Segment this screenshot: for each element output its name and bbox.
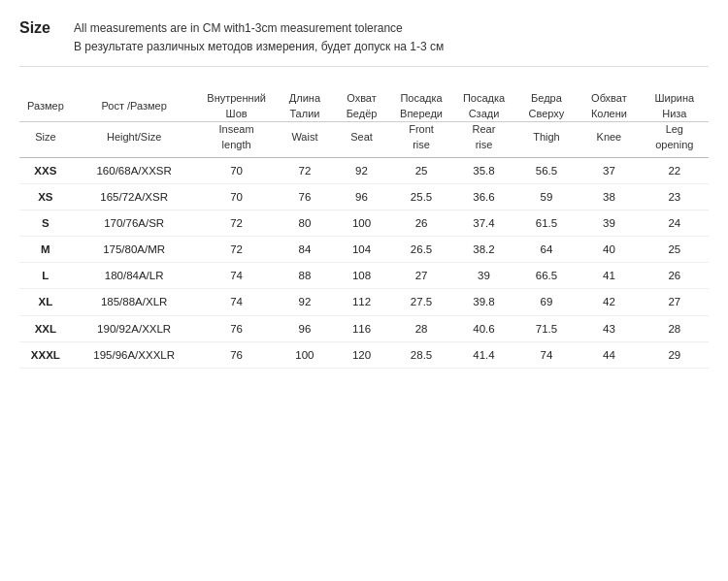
- cell-waist: 72: [277, 157, 334, 183]
- cell-inseam: 70: [197, 184, 277, 210]
- cell-waist: 84: [277, 237, 334, 263]
- cell-seat: 116: [333, 315, 390, 341]
- cell-thigh: 69: [515, 289, 578, 315]
- th-rear-ru: ПосадкаСзади: [452, 86, 514, 121]
- cell-size: XXL: [19, 315, 72, 341]
- cell-size: XXXL: [19, 341, 72, 368]
- th-seat-ru: ОхватБедёр: [333, 86, 390, 121]
- th-inseam-en: Inseamlength: [197, 122, 277, 158]
- cell-seat: 104: [333, 237, 390, 263]
- header-section: Size All measurements are in CM with1-3c…: [19, 19, 709, 67]
- measurement-notes: All measurements are in CM with1-3cm mea…: [74, 19, 444, 56]
- th-front-en: Frontrise: [390, 122, 452, 158]
- table-row: S170/76A/SR72801002637.461.53924: [19, 210, 709, 237]
- th-size-en: Size: [19, 122, 72, 158]
- cell-rear-rise: 40.6: [452, 315, 514, 341]
- cell-front-rise: 27.5: [390, 289, 452, 315]
- cell-knee: 41: [578, 263, 640, 289]
- cell-knee: 39: [578, 210, 640, 237]
- cell-height: 160/68A/XXSR: [72, 157, 197, 183]
- cell-thigh: 56.5: [515, 157, 578, 183]
- cell-leg: 25: [641, 237, 709, 263]
- cell-size: XL: [19, 289, 72, 315]
- th-knee-ru: ОбхватКолени: [578, 86, 640, 121]
- cell-knee: 43: [578, 315, 640, 341]
- cell-rear-rise: 41.4: [452, 341, 514, 368]
- th-leg-en: Legopening: [641, 122, 709, 158]
- cell-height: 165/72A/XSR: [72, 184, 197, 210]
- table-wrapper: Размер Рост /Размер ВнутреннийШов ДлинаТ…: [19, 86, 709, 368]
- header-row-english: Size Height/Size Inseamlength Waist Seat…: [19, 122, 709, 158]
- th-height-en: Height/Size: [72, 122, 197, 158]
- cell-front-rise: 25: [390, 157, 452, 183]
- th-size-ru: Размер: [19, 86, 72, 121]
- table-row: XXL190/92A/XXLR76961162840.671.54328: [19, 315, 709, 341]
- cell-seat: 108: [333, 263, 390, 289]
- cell-inseam: 72: [197, 237, 277, 263]
- cell-waist: 88: [277, 263, 334, 289]
- cell-seat: 92: [333, 157, 390, 183]
- header-row-russian: Размер Рост /Размер ВнутреннийШов ДлинаТ…: [19, 86, 709, 121]
- cell-rear-rise: 38.2: [452, 237, 514, 263]
- cell-front-rise: 25.5: [390, 184, 452, 210]
- cell-inseam: 76: [197, 341, 277, 368]
- cell-rear-rise: 39: [452, 263, 514, 289]
- cell-knee: 38: [578, 184, 640, 210]
- th-waist-ru: ДлинаТалии: [277, 86, 334, 121]
- table-row: XXXL195/96A/XXXLR7610012028.541.4744429: [19, 341, 709, 368]
- th-inseam-ru: ВнутреннийШов: [197, 86, 277, 121]
- cell-seat: 100: [333, 210, 390, 237]
- cell-thigh: 61.5: [515, 210, 578, 237]
- table-row: XS165/72A/XSR70769625.536.6593823: [19, 184, 709, 210]
- cell-seat: 120: [333, 341, 390, 368]
- cell-knee: 44: [578, 341, 640, 368]
- th-front-ru: ПосадкаВпереди: [390, 86, 452, 121]
- cell-waist: 100: [277, 341, 334, 368]
- cell-leg: 29: [641, 341, 709, 368]
- cell-inseam: 74: [197, 263, 277, 289]
- cell-size: M: [19, 237, 72, 263]
- cell-rear-rise: 39.8: [452, 289, 514, 315]
- table-row: XL185/88A/XLR749211227.539.8694227: [19, 289, 709, 315]
- cell-leg: 23: [641, 184, 709, 210]
- cell-thigh: 71.5: [515, 315, 578, 341]
- cell-inseam: 74: [197, 289, 277, 315]
- cell-height: 180/84A/LR: [72, 263, 197, 289]
- th-thigh-ru: БедраСверху: [515, 86, 578, 121]
- cell-rear-rise: 37.4: [452, 210, 514, 237]
- cell-inseam: 72: [197, 210, 277, 237]
- note-russian: В результате различных методов измерения…: [74, 38, 444, 56]
- cell-thigh: 74: [515, 341, 578, 368]
- cell-front-rise: 28: [390, 315, 452, 341]
- cell-knee: 42: [578, 289, 640, 315]
- cell-knee: 37: [578, 157, 640, 183]
- cell-front-rise: 28.5: [390, 341, 452, 368]
- cell-size: XS: [19, 184, 72, 210]
- cell-height: 190/92A/XXLR: [72, 315, 197, 341]
- cell-seat: 112: [333, 289, 390, 315]
- th-leg-ru: ШиринаНиза: [641, 86, 709, 121]
- cell-waist: 92: [277, 289, 334, 315]
- cell-rear-rise: 36.6: [452, 184, 514, 210]
- cell-height: 170/76A/SR: [72, 210, 197, 237]
- th-height-ru: Рост /Размер: [72, 86, 197, 121]
- size-table: Размер Рост /Размер ВнутреннийШов ДлинаТ…: [19, 86, 709, 368]
- cell-size: L: [19, 263, 72, 289]
- table-row: L180/84A/LR7488108273966.54126: [19, 263, 709, 289]
- cell-thigh: 66.5: [515, 263, 578, 289]
- cell-thigh: 59: [515, 184, 578, 210]
- cell-waist: 96: [277, 315, 334, 341]
- cell-height: 185/88A/XLR: [72, 289, 197, 315]
- cell-leg: 27: [641, 289, 709, 315]
- cell-height: 195/96A/XXXLR: [72, 341, 197, 368]
- table-row: XXS160/68A/XXSR7072922535.856.53722: [19, 157, 709, 183]
- cell-leg: 28: [641, 315, 709, 341]
- th-rear-en: Rearrise: [452, 122, 514, 158]
- cell-leg: 24: [641, 210, 709, 237]
- cell-knee: 40: [578, 237, 640, 263]
- size-label: Size: [19, 19, 58, 37]
- cell-front-rise: 26.5: [390, 237, 452, 263]
- cell-leg: 26: [641, 263, 709, 289]
- th-seat-en: Seat: [333, 122, 390, 158]
- th-knee-en: Knee: [578, 122, 640, 158]
